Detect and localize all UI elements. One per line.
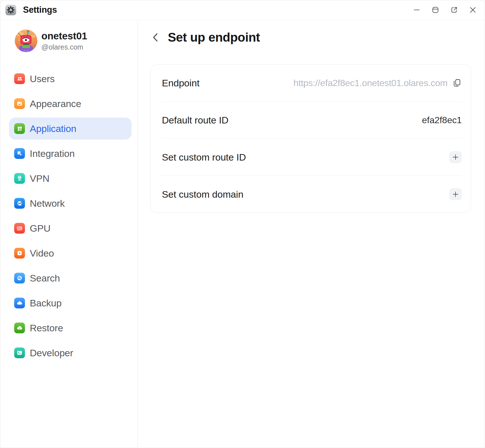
minimize-icon [413,6,420,14]
username: onetest01 [41,30,87,42]
sidebar-item-label: Users [30,73,55,84]
custom-route-row: Set custom route ID [151,139,471,176]
custom-domain-label: Set custom domain [162,189,243,200]
sidebar-item-search[interactable]: Search [9,267,132,289]
open-external-button[interactable] [450,6,458,14]
plus-icon [452,191,459,197]
sidebar-item-application[interactable]: Application [9,118,132,140]
sidebar-item-label: Integration [30,148,75,159]
page-header: Set up endpoint [150,30,471,44]
backup-icon [14,298,25,308]
network-icon [14,198,25,209]
restore-icon [14,323,25,333]
sidebar-item-label: GPU [30,223,50,234]
appearance-icon [14,98,25,109]
avatar [15,29,37,52]
settings-window: Settings [0,0,485,448]
endpoint-url: https://efa2f8ec1.onetest01.olares.com [293,78,448,88]
copy-endpoint-button[interactable] [452,78,462,88]
window-icon [432,6,439,14]
user-profile: onetest01 @olares.com [0,29,137,52]
sidebar-item-label: Developer [30,347,73,359]
sidebar-item-label: Search [30,273,60,284]
sidebar-item-label: Backup [30,298,62,309]
sidebar-item-restore[interactable]: Restore [9,317,132,339]
sidebar-item-vpn[interactable]: VPN [9,167,132,189]
default-route-row: Default route ID efa2f8ec1 [151,102,471,138]
gear-icon [5,5,16,15]
application-icon [14,123,25,134]
external-link-icon [450,6,458,14]
video-icon [14,248,25,259]
sidebar-item-backup[interactable]: Backup [9,292,132,314]
sidebar: onetest01 @olares.com Users [0,20,138,448]
window-title: Settings [23,5,57,15]
main-content: Set up endpoint Endpoint https://efa2f8e… [138,20,485,448]
sidebar-item-label: Video [30,248,54,259]
endpoint-label: Endpoint [162,78,200,89]
close-icon [469,6,476,14]
custom-route-label: Set custom route ID [162,152,246,163]
default-route-value: efa2f8ec1 [422,115,462,125]
search-icon [14,273,25,283]
sidebar-item-label: Application [30,123,76,134]
gpu-icon [14,223,25,234]
sidebar-item-label: VPN [30,173,49,184]
profile-text: onetest01 @olares.com [41,30,87,51]
sidebar-item-network[interactable]: Network [9,192,132,214]
endpoint-value-group: https://efa2f8ec1.onetest01.olares.com [293,78,462,88]
page-title: Set up endpoint [168,30,260,44]
sidebar-item-users[interactable]: Users [9,68,132,90]
add-custom-route-button[interactable] [449,151,462,163]
sidebar-item-label: Network [30,198,65,209]
custom-domain-row: Set custom domain [151,176,471,213]
endpoint-row: Endpoint https://efa2f8ec1.onetest01.ola… [151,65,471,101]
plus-icon [452,154,459,160]
default-route-label: Default route ID [162,115,228,126]
sidebar-item-video[interactable]: Video [9,242,132,264]
window-controls [413,6,476,14]
user-domain: @olares.com [41,43,87,51]
minimize-button[interactable] [413,6,420,14]
close-button[interactable] [469,6,476,14]
back-button[interactable] [151,32,160,43]
sidebar-nav: Users Appearance [0,68,137,364]
sidebar-item-developer[interactable]: Developer [9,342,132,364]
chevron-left-icon [151,32,160,43]
titlebar: Settings [0,0,485,20]
endpoint-card: Endpoint https://efa2f8ec1.onetest01.ola… [150,64,471,213]
maximize-button[interactable] [432,6,439,14]
users-icon [14,73,25,84]
sidebar-item-label: Appearance [30,98,81,109]
copy-icon [452,78,461,88]
developer-icon [14,347,25,358]
vpn-icon [14,173,25,184]
integration-icon [14,148,25,159]
sidebar-item-integration[interactable]: Integration [9,142,132,165]
sidebar-item-label: Restore [30,323,63,334]
add-custom-domain-button[interactable] [449,188,462,200]
sidebar-item-gpu[interactable]: GPU [9,217,132,239]
sidebar-item-appearance[interactable]: Appearance [9,93,132,115]
